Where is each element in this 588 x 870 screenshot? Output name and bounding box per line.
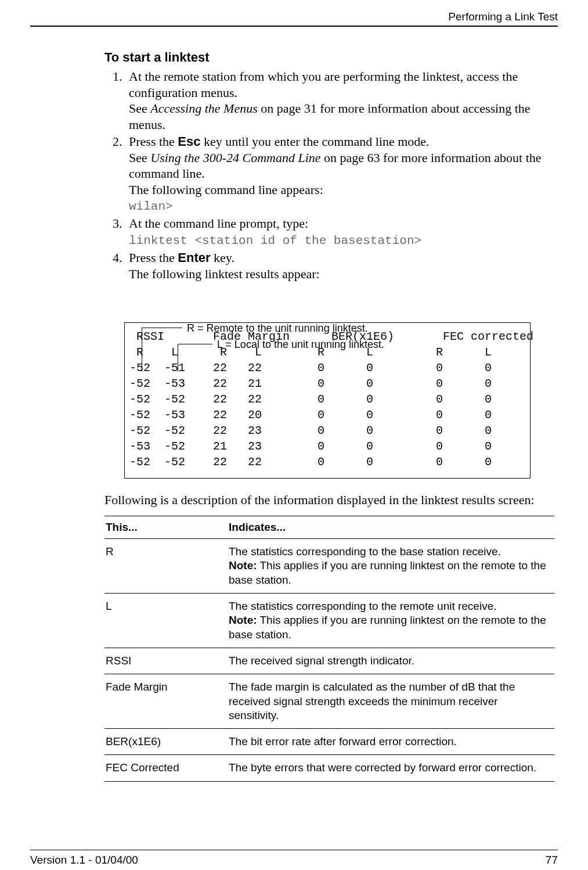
step1-text1: At the remote station from which you are… [129,69,518,100]
row-fec: FEC Corrected The byte errors that were … [104,755,554,781]
callout-l: L = Local to the unit running linktest. [217,339,384,351]
row-fade: Fade Margin The fade margin is calculate… [104,674,554,729]
step4-line2: The following linktest results appear: [129,267,320,281]
step2-line3: The following command line appears: [129,182,323,197]
page-footer: Version 1.1 - 01/04/00 77 [30,850,558,867]
callout-r-vline [142,328,142,372]
cell-ind-rssi: The received signal strength indicator. [228,648,554,674]
step2-see: See [129,150,150,165]
cell-this-rssi: RSSI [104,648,228,674]
linktest-cmd: linktest <station id of the basestation> [129,234,421,247]
l-note-label: Note: [229,614,257,626]
section-title: To start a linktest [104,50,554,65]
step-1: At the remote station from which you are… [125,69,554,132]
callout-l-hline [178,344,212,344]
esc-key: Esc [178,134,200,149]
footer-page: 77 [546,854,558,867]
row-r: R The statistics corresponding to the ba… [104,539,554,594]
l-note: This applies if you are running linktest… [229,614,546,640]
cell-this-fec: FEC Corrected [104,755,228,781]
l-desc: The statistics corresponding to the remo… [229,600,497,612]
r-note: This applies if you are running linktest… [229,559,546,585]
cell-this-fade: Fade Margin [104,674,228,729]
step2-rest: key until you enter the command line mod… [200,134,429,149]
cell-this-ber: BER(x1E6) [104,729,228,755]
row-l: L The statistics corresponding to the re… [104,593,554,648]
main-content: To start a linktest At the remote statio… [104,50,554,782]
row-rssi: RSSI The received signal strength indica… [104,648,554,674]
step-4: Press the Enter key. The following linkt… [125,250,554,282]
step2-press: Press the [129,134,178,149]
step-2: Press the Esc key until you enter the co… [125,134,554,214]
cell-ind-fec: The byte errors that were corrected by f… [228,755,554,781]
header-title: Performing a Link Test [448,10,558,23]
callout-r-hline [142,328,182,328]
row-ber: BER(x1E6) The bit error rate after forwa… [104,729,554,755]
cell-ind-r: The statistics corresponding to the base… [228,539,554,594]
results-diagram: R = Remote to the unit running linktest.… [124,322,531,479]
steps-list: At the remote station from which you are… [104,69,554,282]
callout-r: R = Remote to the unit running linktest. [187,322,368,335]
footer-version: Version 1.1 - 01/04/00 [30,854,138,867]
cell-this-r: R [104,539,228,594]
step4-rest: key. [211,250,235,265]
cell-ind-fade: The fade margin is calculated as the num… [228,674,554,729]
step1-see: See [129,101,150,116]
step1-ref: Accessing the Menus [150,101,258,116]
th-indicates: Indicates... [228,516,554,539]
step-3: At the command line prompt, type: linkte… [125,215,554,249]
r-note-label: Note: [229,559,257,571]
th-this: This... [104,516,228,539]
page-header: Performing a Link Test [30,10,558,27]
enter-key: Enter [178,250,210,265]
r-desc: The statistics corresponding to the base… [229,545,501,558]
wilan-prompt: wilan> [129,200,173,213]
cell-this-l: L [104,593,228,648]
cell-ind-ber: The bit error rate after forward error c… [228,729,554,755]
description-table: This... Indicates... R The statistics co… [104,516,554,782]
step4-press: Press the [129,250,178,265]
step2-ref: Using the 300-24 Command Line [150,150,320,165]
cell-ind-l: The statistics corresponding to the remo… [228,593,554,648]
after-box-text: Following is a description of the inform… [104,492,554,508]
step3-text: At the command line prompt, type: [129,216,308,231]
callout-l-vline [178,344,178,372]
